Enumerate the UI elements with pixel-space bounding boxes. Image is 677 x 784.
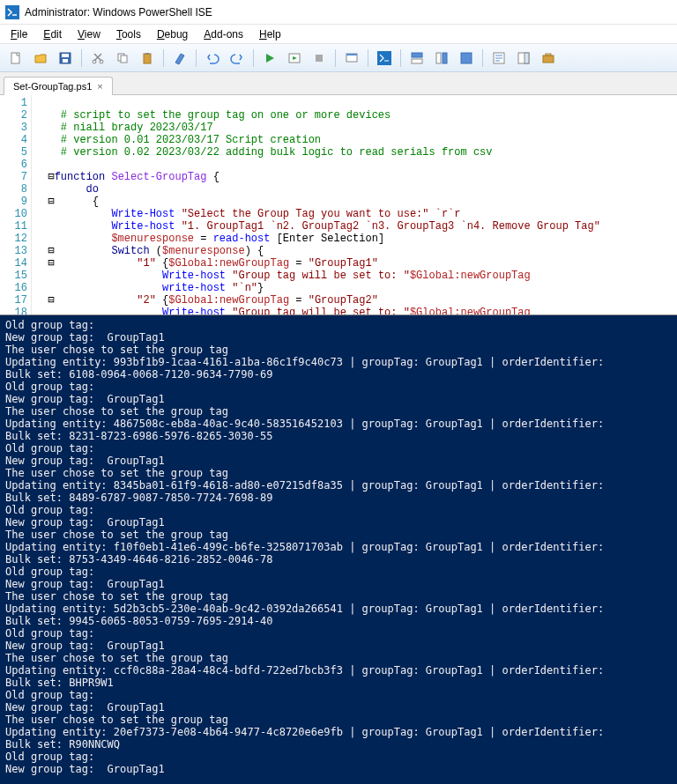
separator [163, 49, 164, 67]
stop-button[interactable] [309, 48, 330, 69]
layout-script-max-button[interactable] [456, 48, 477, 69]
toolbar [0, 44, 677, 72]
run-button[interactable] [259, 48, 280, 69]
separator [196, 49, 197, 67]
svg-rect-24 [543, 55, 554, 63]
separator [253, 49, 254, 67]
tab-strip: Set-GroupTag.ps1 × [0, 72, 677, 95]
svg-rect-12 [316, 55, 323, 62]
redo-button[interactable] [227, 48, 248, 69]
svg-rect-23 [524, 53, 529, 63]
run-selection-button[interactable] [284, 48, 305, 69]
show-command-addon-button[interactable] [513, 48, 534, 69]
layout-script-right-button[interactable] [431, 48, 452, 69]
svg-rect-18 [436, 53, 441, 63]
svg-rect-20 [461, 53, 472, 63]
editor-pane[interactable]: 1 2 3 4 5 6 7 8 9 10 11 12 13 14 15 16 1… [0, 95, 677, 315]
menu-tools[interactable]: Tools [109, 26, 148, 42]
svg-rect-25 [546, 54, 551, 55]
menu-help[interactable]: Help [252, 26, 288, 42]
svg-rect-3 [62, 54, 69, 57]
menu-file[interactable]: File [4, 26, 34, 42]
code-area[interactable]: # script to set the group tag on one or … [32, 95, 677, 314]
menu-edit[interactable]: Edit [36, 26, 69, 42]
clear-console-button[interactable] [169, 48, 190, 69]
separator [335, 49, 336, 67]
svg-rect-8 [121, 55, 127, 63]
svg-rect-14 [346, 54, 357, 55]
save-button[interactable] [55, 48, 76, 69]
separator [81, 49, 82, 67]
svg-rect-4 [63, 59, 68, 63]
svg-rect-16 [412, 53, 422, 57]
new-remote-tab-button[interactable] [341, 48, 362, 69]
svg-rect-10 [145, 53, 149, 55]
powershell-ise-icon [5, 5, 19, 19]
titlebar: Administrator: Windows PowerShell ISE [0, 0, 677, 25]
separator [482, 49, 483, 67]
separator [368, 49, 368, 67]
svg-rect-17 [412, 59, 422, 63]
paste-button[interactable] [137, 48, 158, 69]
menu-addons[interactable]: Add-ons [197, 26, 250, 42]
console-pane[interactable]: Old group tag: New group tag: GroupTag1 … [0, 315, 677, 784]
window-title: Administrator: Windows PowerShell ISE [25, 6, 212, 18]
cut-button[interactable] [87, 48, 108, 69]
toolbox-button[interactable] [538, 48, 559, 69]
menu-debug[interactable]: Debug [150, 26, 195, 42]
open-button[interactable] [30, 48, 51, 69]
svg-rect-15 [377, 51, 391, 65]
svg-rect-1 [11, 53, 19, 63]
menubar: File Edit View Tools Debug Add-ons Help [0, 25, 677, 44]
new-button[interactable] [5, 48, 26, 69]
svg-rect-9 [144, 54, 151, 63]
tab-script[interactable]: Set-GroupTag.ps1 × [4, 77, 113, 95]
menu-view[interactable]: View [71, 26, 108, 42]
close-icon[interactable]: × [97, 81, 102, 92]
start-powershell-button[interactable] [374, 48, 395, 69]
separator [400, 49, 401, 67]
undo-button[interactable] [202, 48, 223, 69]
layout-script-top-button[interactable] [406, 48, 428, 69]
svg-rect-19 [443, 53, 447, 63]
tab-label: Set-GroupTag.ps1 [13, 81, 92, 92]
line-numbers: 1 2 3 4 5 6 7 8 9 10 11 12 13 14 15 16 1… [0, 95, 32, 314]
show-command-button[interactable] [488, 48, 510, 69]
copy-button[interactable] [112, 48, 133, 69]
